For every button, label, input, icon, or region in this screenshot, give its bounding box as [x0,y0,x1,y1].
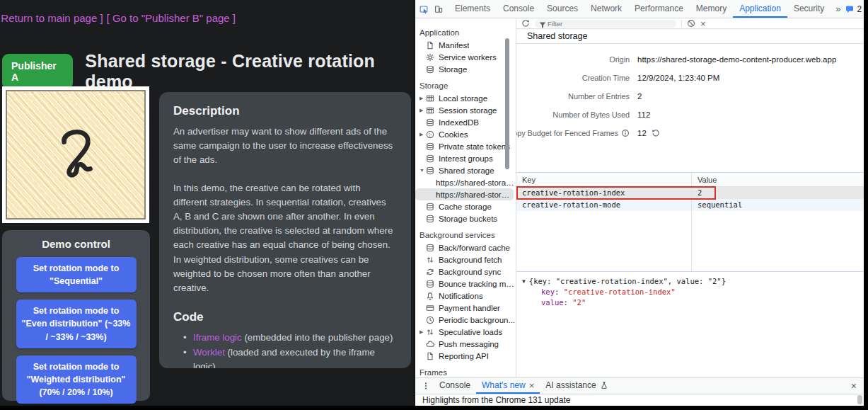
sidebar-item-label: Cache storage [439,203,492,211]
sidebar-item-label: Periodic backgroun... [439,316,515,324]
code-link[interactable]: Iframe logic [193,332,242,343]
db-icon [426,166,434,175]
issues-counter[interactable]: 2 [845,4,862,14]
rotation-mode-button-1[interactable]: Set rotation mode to "Even distribution"… [16,300,137,348]
property-value: "creative-rotation-index" [564,287,676,296]
code-list-item: Iframe logic (embedded into the publishe… [183,331,397,346]
sidebar-item-periodic-backgroun[interactable]: Periodic backgroun... [415,314,516,326]
tab-security[interactable]: Security [787,0,831,18]
reset-icon[interactable] [652,129,660,137]
close-drawer-icon[interactable]: × [851,378,864,394]
sidebar-item-https-shared-storage[interactable]: https://shared-storage... [415,188,514,200]
drawer-tab-what-s-new[interactable]: What's new× [476,378,540,394]
nav-link-0[interactable]: [ Return to main page ] [0,12,103,24]
code-heading: Code [173,310,397,324]
sidebar-item-indexeddb[interactable]: IndexedDB [415,116,516,128]
chevron-down-icon[interactable]: ▼ [419,168,426,173]
sidebar-item-https-shared-storage[interactable]: https://shared-storage... [415,176,516,188]
device-toolbar-icon[interactable] [434,5,443,13]
sidebar-item-bounce-tracking-miti[interactable]: Bounce tracking miti... [415,278,516,290]
table-row[interactable]: creative-rotation-modesequential [516,199,864,211]
sidebar-item-private-state-tokens[interactable]: Private state tokens [415,140,516,152]
sidebar-scrollbar[interactable] [505,38,509,169]
devtools-tabbar: ElementsConsoleSourcesNetworkPerformance… [415,0,864,18]
sidebar-item-interest-groups[interactable]: Interest groups [415,152,516,164]
sidebar-item-label: Local storage [439,94,487,103]
code-link[interactable]: Worklet [193,347,225,358]
info-icon[interactable] [621,129,630,137]
sidebar-item-push-messaging[interactable]: Push messaging [415,338,516,350]
sidebar-section-title: Background services [415,229,516,241]
key-column-header[interactable]: Key [516,173,691,186]
sidebar-item-label: Manifest [439,41,469,50]
db-icon [426,280,434,288]
sidebar-item-session-storage[interactable]: ▶Session storage [415,104,516,116]
more-tabs-chevron[interactable]: » [831,0,845,18]
drawer-scrollbar[interactable] [857,395,862,404]
tab-application[interactable]: Application [733,0,787,18]
refresh-icon[interactable] [521,19,530,28]
rotation-mode-button-0[interactable]: Set rotation mode to "Sequential" [16,257,137,292]
report-value: 112 [637,110,650,119]
block-clear-icon[interactable] [687,19,695,28]
sidebar-item-label: Push messaging [439,340,499,348]
report-value-text: 112 [637,110,650,119]
drawer-menu-dots-icon[interactable] [418,378,434,394]
chevron-right-icon[interactable]: ▶ [419,329,426,335]
sidebar-item-cookies[interactable]: ▶Cookies [415,128,516,140]
shared-storage-panel: × Shared storage Originhttps://shared-st… [516,18,864,377]
report-value: https://shared-storage-demo-content-prod… [637,55,836,64]
drawer-tab-ai-assistance[interactable]: AI assistance [540,378,613,394]
sidebar-item-cache-storage[interactable]: Cache storage [415,200,516,212]
sidebar-item-service-workers[interactable]: Service workers [415,51,516,63]
drawer-tab-label: AI assistance [545,380,596,390]
tab-sources[interactable]: Sources [540,0,584,18]
table-row[interactable]: creative-rotation-index2 [516,187,864,199]
drawer-tab-console[interactable]: Console [434,378,476,394]
sidebar-item-background-fetch[interactable]: Background fetch [415,254,516,266]
sidebar-item-storage-buckets[interactable]: Storage buckets [415,212,516,224]
description-card: Description An advertiser may want to sh… [159,92,411,368]
sidebar-item-speculative-loads[interactable]: ▶Speculative loads [415,326,516,338]
db-icon [426,154,434,163]
sidebar-item-background-sync[interactable]: Background sync [415,266,516,278]
tab-network[interactable]: Network [584,0,628,18]
funnel-filter-icon [538,21,547,29]
tab-memory[interactable]: Memory [690,0,733,18]
sidebar-item-local-storage[interactable]: ▶Local storage [415,92,516,104]
sidebar-item-shared-storage[interactable]: ▼Shared storage [415,164,516,176]
tab-performance[interactable]: Performance [628,0,690,18]
close-tab-icon[interactable]: × [529,380,535,391]
cell-key: creative-rotation-mode [516,199,691,211]
column-divider[interactable] [691,173,692,271]
sidebar-item-label: Bounce tracking miti... [439,280,516,288]
sidebar-item-reporting-api[interactable]: Reporting API [415,350,516,362]
inspect-element-icon[interactable] [419,5,428,13]
value-column-header[interactable]: Value [691,173,717,186]
drawer-tab-label: Console [439,380,470,390]
sidebar-item-back-forward-cache[interactable]: Back/forward cache [415,241,516,254]
sidebar-item-label: IndexedDB [439,118,479,127]
sidebar-item-manifest[interactable]: Manifest [415,39,516,51]
report-value: 2 [637,92,642,101]
tab-console[interactable]: Console [497,0,540,18]
chevron-right-icon[interactable]: ▶ [419,96,426,101]
rotation-mode-button-2[interactable]: Set rotation mode to "Weighted distribut… [16,355,137,404]
property-value: "2" [572,298,586,307]
sidebar-item-label: https://shared-storage... [436,178,516,187]
tab-elements[interactable]: Elements [449,0,497,18]
chevron-right-icon[interactable]: ▶ [419,108,426,113]
sidebar-item-storage[interactable]: Storage [415,63,516,75]
chevron-right-icon[interactable]: ▶ [419,132,426,137]
issues-chat-icon [845,5,854,13]
publisher-demo-page: [ Return to main page ][ Go to "Publishe… [0,0,415,406]
delete-selected-icon[interactable]: × [700,19,706,28]
nav-link-1[interactable]: [ Go to "Publisher B" page ] [107,12,236,24]
sidebar-item-label: Service workers [439,53,497,62]
expander-triangle-icon[interactable]: ▼ [522,276,526,287]
sidebar-item-notifications[interactable]: Notifications [415,290,516,302]
sidebar-item-payment-handler[interactable]: Payment handler [415,302,516,314]
panel-heading: Shared storage [516,29,864,44]
filter-input[interactable] [535,20,676,28]
report-value: 12/9/2024, 1:23:40 PM [637,74,719,82]
